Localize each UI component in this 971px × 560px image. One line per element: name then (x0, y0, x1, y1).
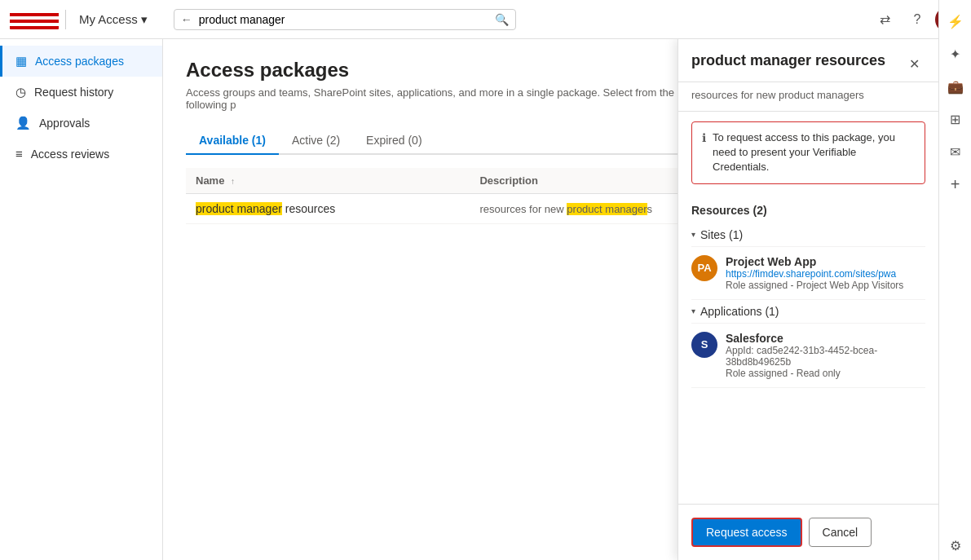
request-access-button[interactable]: Request access (691, 518, 802, 547)
cell-name: product manager resources (196, 202, 479, 215)
extensions2-icon[interactable]: ✦ (941, 39, 970, 68)
add-icon[interactable]: + (941, 170, 970, 199)
panel-header: product manager resources ✕ (678, 39, 938, 82)
outlook-icon[interactable]: ✉ (941, 137, 970, 166)
resource-role-pwa: Role assigned - Project Web App Visitors (726, 280, 925, 291)
tab-expired[interactable]: Expired (0) (353, 127, 435, 155)
panel-title: product manager resources (691, 52, 903, 69)
approvals-icon: 👤 (15, 116, 31, 130)
desc-highlight: product manager (567, 203, 647, 215)
content-area: Access packages Access groups and teams,… (163, 39, 938, 560)
office-icon[interactable]: ⊞ (941, 104, 970, 134)
sidebar-item-request-history[interactable]: ◷ Request history (0, 77, 162, 108)
resources-section: Resources (2) ▾ Sites (1) PA Project Web… (678, 194, 938, 388)
panel-footer: Request access Cancel (678, 504, 938, 560)
connect-icon[interactable]: ⇄ (870, 5, 899, 34)
resource-name-pwa: Project Web App (726, 255, 925, 268)
chevron-down-icon: ▾ (691, 230, 695, 239)
help-icon[interactable]: ? (903, 5, 932, 34)
myaccess-label: My Access (79, 12, 138, 26)
resource-appid-salesforce: AppId: cad5e242-31b3-4452-bcea-38bd8b496… (726, 345, 925, 368)
page-subtitle: Access groups and teams, SharePoint site… (186, 86, 675, 111)
applications-label: Applications (1) (700, 305, 779, 318)
desc-suffix: s (647, 203, 653, 215)
sidebar-item-label: Request history (34, 86, 113, 99)
info-text: To request access to this package, you n… (713, 130, 915, 175)
resource-role-salesforce: Role assigned - Read only (726, 368, 925, 379)
tab-active[interactable]: Active (2) (279, 127, 353, 155)
sidebar-item-approvals[interactable]: 👤 Approvals (0, 108, 162, 139)
sidebar-item-label: Access packages (35, 55, 124, 68)
suitcase-icon[interactable]: 💼 (941, 72, 970, 101)
resource-item-pwa: PA Project Web App https://fimdev.sharep… (691, 247, 925, 300)
logo-image (10, 10, 59, 29)
detail-panel: product manager resources ✕ resources fo… (677, 39, 938, 560)
resource-url-pwa: https://fimdev.sharepoint.com/sites/pwa (726, 268, 925, 280)
logo-area (10, 10, 66, 29)
search-input[interactable] (199, 13, 488, 26)
settings-icon[interactable]: ⚙ (941, 531, 970, 560)
name-highlight: product manager (196, 202, 282, 215)
resource-avatar-salesforce: S (691, 332, 717, 358)
reviews-icon: ≡ (15, 147, 23, 161)
search-icon[interactable]: 🔍 (495, 13, 509, 26)
resources-title: Resources (2) (691, 204, 925, 217)
myaccess-button[interactable]: My Access ▾ (73, 9, 154, 30)
left-sidebar: ▦ Access packages ◷ Request history 👤 Ap… (0, 39, 163, 560)
topbar: My Access ▾ ← 🔍 ⇄ ? SP (0, 0, 971, 39)
desc-prefix: resources for new (479, 203, 567, 215)
chevron-down-icon: ▾ (141, 12, 148, 27)
resource-item-salesforce: S Salesforce AppId: cad5e242-31b3-4452-b… (691, 324, 925, 388)
chevron-down-icon2: ▾ (691, 306, 695, 315)
name-suffix: resources (285, 202, 335, 215)
sites-expand[interactable]: ▾ Sites (1) (691, 223, 925, 247)
applications-expand[interactable]: ▾ Applications (1) (691, 300, 925, 324)
panel-close-button[interactable]: ✕ (903, 52, 925, 75)
cancel-button[interactable]: Cancel (809, 518, 872, 547)
info-icon: ℹ (702, 131, 706, 144)
sites-label: Sites (1) (700, 228, 743, 241)
back-icon[interactable]: ← (181, 13, 192, 26)
col-name: Name ↑ (196, 174, 479, 187)
sidebar-item-label: Access reviews (31, 148, 109, 161)
sidebar-item-label: Approvals (39, 117, 90, 130)
info-box: ℹ To request access to this package, you… (691, 121, 925, 184)
sidebar-item-access-reviews[interactable]: ≡ Access reviews (0, 139, 162, 169)
resource-info-salesforce: Salesforce AppId: cad5e242-31b3-4452-bce… (726, 332, 925, 379)
search-bar: ← 🔍 (174, 9, 516, 30)
resource-name-salesforce: Salesforce (726, 332, 925, 345)
package-icon: ▦ (15, 54, 27, 68)
history-icon: ◷ (15, 85, 26, 99)
resource-info-pwa: Project Web App https://fimdev.sharepoin… (726, 255, 925, 291)
resource-avatar-pwa: PA (691, 255, 717, 281)
extensions-icon[interactable]: ⚡ (941, 7, 970, 36)
sidebar-item-access-packages[interactable]: ▦ Access packages (0, 46, 162, 77)
panel-subtitle: resources for new product managers (678, 82, 938, 112)
tab-available[interactable]: Available (1) (186, 127, 279, 155)
right-sidebar: ⚡ ✦ 💼 ⊞ ✉ + ⚙ (938, 0, 971, 560)
